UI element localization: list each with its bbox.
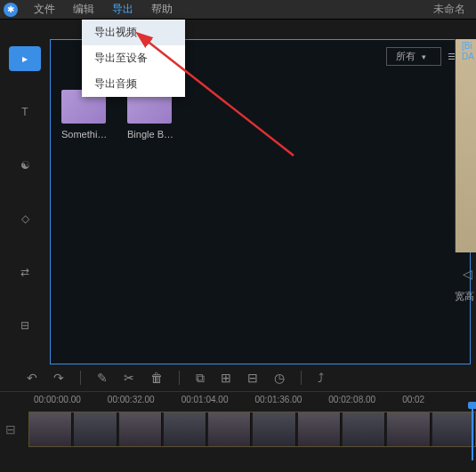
- chevron-down-icon: ▾: [422, 52, 426, 61]
- app-logo-icon: ✱: [4, 3, 18, 17]
- menu-edit[interactable]: 编辑: [64, 0, 103, 20]
- preview-sound-icon[interactable]: ◁: [463, 267, 472, 281]
- clip[interactable]: [74, 412, 117, 446]
- edit-toolbar: ↶ ↷ ✎ ✂ 🗑 ⧉ ⊞ ⊟ ◷ ⤴: [0, 364, 476, 391]
- ruler-tick: 00:01:04.00: [182, 395, 255, 404]
- clip[interactable]: [343, 412, 385, 446]
- separator: [179, 371, 180, 385]
- undo-icon[interactable]: ↶: [27, 371, 37, 385]
- document-title: 未命名: [433, 2, 472, 17]
- media-tab-icon[interactable]: ▸: [9, 46, 41, 71]
- media-thumb[interactable]: Bingle Ban...: [127, 90, 175, 140]
- export-dropdown: 导出视频 导出至设备 导出音频: [82, 20, 185, 97]
- share-icon[interactable]: ⤴: [318, 371, 324, 385]
- clip[interactable]: [298, 412, 341, 446]
- clip[interactable]: [29, 412, 72, 446]
- add-box-icon[interactable]: ⊞: [221, 371, 231, 385]
- clip[interactable]: [432, 412, 475, 446]
- timeline-track: ⊟: [0, 407, 476, 452]
- time-icon[interactable]: ◷: [274, 371, 285, 385]
- clip[interactable]: [164, 412, 206, 446]
- edit-icon[interactable]: ✎: [97, 371, 108, 385]
- left-tool-rail: ▸ T ☯ ◇ ⇄ ⊟: [0, 20, 50, 364]
- layers-tab-icon[interactable]: ◇: [9, 206, 41, 231]
- clip-tab-icon[interactable]: ⊟: [9, 313, 41, 338]
- ruler-tick: 00:02:08.00: [328, 395, 402, 404]
- menu-help[interactable]: 帮助: [142, 0, 182, 20]
- ruler-tick: 00:02: [402, 395, 476, 404]
- preview-dimensions-label: 宽高: [455, 290, 474, 303]
- ruler-tick: 00:01:36.00: [254, 395, 328, 404]
- thumb-label: Something...: [61, 129, 109, 140]
- clip[interactable]: [119, 412, 162, 446]
- preview-pane: [455, 39, 476, 252]
- effects-tab-icon[interactable]: ☯: [9, 153, 41, 178]
- separator: [80, 371, 81, 385]
- grid-icon[interactable]: ⊟: [247, 371, 258, 385]
- menu-export[interactable]: 导出: [103, 0, 142, 20]
- export-audio-item[interactable]: 导出音频: [82, 71, 185, 97]
- delete-icon[interactable]: 🗑: [150, 371, 163, 385]
- clip[interactable]: [387, 412, 430, 446]
- text-tab-icon[interactable]: T: [9, 100, 41, 124]
- clip-strip[interactable]: [28, 412, 476, 447]
- media-thumb[interactable]: Something...: [61, 90, 109, 140]
- redo-icon[interactable]: ↷: [53, 371, 64, 385]
- preview-tag: [BiDA: [460, 39, 476, 64]
- export-video-item[interactable]: 导出视频: [82, 20, 185, 45]
- clip[interactable]: [208, 412, 251, 446]
- clip[interactable]: [253, 412, 295, 446]
- ruler-tick: 00:00:32.00: [108, 395, 182, 404]
- export-device-item[interactable]: 导出至设备: [82, 45, 185, 71]
- cut-icon[interactable]: ✂: [124, 371, 134, 385]
- filter-select[interactable]: 所有 ▾: [386, 47, 441, 66]
- menu-file[interactable]: 文件: [25, 0, 64, 20]
- thumb-label: Bingle Ban...: [127, 129, 175, 140]
- transition-tab-icon[interactable]: ⇄: [9, 260, 41, 284]
- ruler-tick: 00:00:00.00: [34, 395, 108, 404]
- timeline-ruler[interactable]: 00:00:00.00 00:00:32.00 00:01:04.00 00:0…: [0, 391, 476, 407]
- separator: [301, 371, 302, 385]
- filter-label: 所有: [396, 51, 415, 61]
- crop-icon[interactable]: ⧉: [196, 371, 205, 386]
- menubar: ✱ 文件 编辑 导出 帮助 未命名: [0, 0, 476, 20]
- playhead[interactable]: [472, 407, 473, 460]
- video-track-icon[interactable]: ⊟: [5, 422, 28, 436]
